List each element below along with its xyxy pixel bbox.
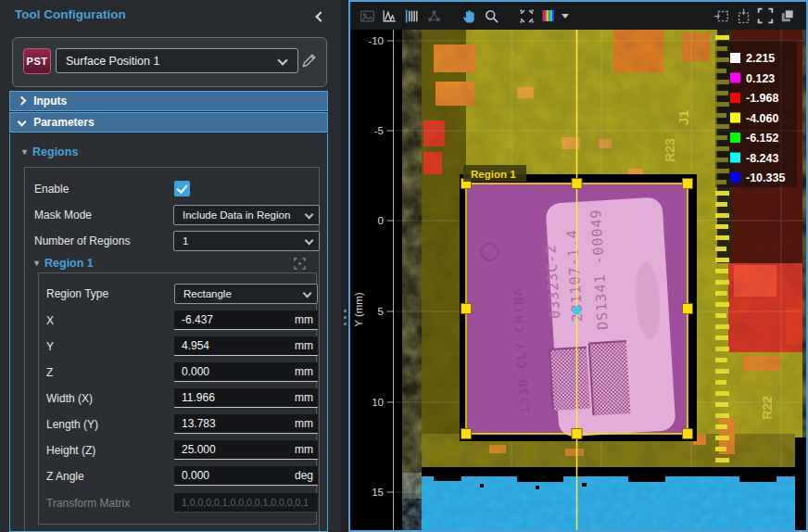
legend-value: -10.335: [746, 171, 785, 184]
transform-matrix-field: 1,0,0,0,0,1,0,0,0,0,1,0,0,0,0,1: [174, 493, 318, 513]
profile-view-icon[interactable]: [379, 6, 399, 26]
silkscreen-text: R23: [663, 138, 677, 162]
fit-view-icon[interactable]: [516, 6, 537, 26]
chevron-right-icon: [18, 95, 27, 105]
mask-mode-select[interactable]: Include Data in Region: [173, 205, 320, 225]
y-tick: 0: [378, 215, 384, 226]
snap-region-y-icon[interactable]: [733, 6, 753, 26]
jog-region-icon[interactable]: [293, 257, 308, 272]
silkscreen-text: R22: [760, 396, 775, 420]
chevron-down-icon: [302, 289, 311, 298]
parameters-body: ▾Regions Enable Mask Mode Include Data i…: [9, 133, 328, 532]
enable-label: Enable: [34, 179, 69, 199]
enable-row: Enable: [25, 179, 319, 199]
pan-icon[interactable]: [459, 6, 479, 26]
triangle-down-icon: ▾: [22, 146, 27, 157]
legend-swatch: [730, 73, 740, 83]
tool-name: Surface Position 1: [66, 55, 159, 68]
pointcloud-view-icon[interactable]: [423, 6, 444, 26]
y-tick: 15: [372, 487, 384, 498]
heightmap-view-icon[interactable]: [401, 6, 422, 26]
heatmap-legend: 2.215 0.123 -1.968 -4.060 -6.152 -8.243 …: [715, 41, 797, 187]
legend-swatch: [730, 153, 740, 163]
data-viewer-panel: J1 R23 R22: [348, 0, 808, 532]
tool-select-dropdown[interactable]: Surface Position 1: [56, 48, 298, 73]
field-row-z-angle: Z Angle 0.000deg: [39, 466, 316, 487]
field-row-transform-matrix: Transform Matrix 1,0,0,0,0,1,0,0,0,0,1,0…: [39, 493, 316, 513]
enable-checkbox[interactable]: [174, 181, 190, 196]
field-row-width: Width (X) 11.966mm: [39, 388, 316, 409]
snapshot-icon[interactable]: [357, 6, 377, 26]
field-row-length: Length (Y) 13.783mm: [39, 414, 316, 435]
legend-swatch: [730, 133, 740, 143]
region-label: Region 1: [471, 169, 516, 180]
section-parameters[interactable]: Parameters: [9, 112, 328, 133]
regions-group: Enable Mask Mode Include Data in Region …: [24, 167, 320, 532]
edit-tool-name-icon[interactable]: [300, 53, 319, 71]
legend-swatch: [730, 172, 740, 183]
mask-mode-label: Mask Mode: [34, 205, 92, 225]
heatmap-viewport[interactable]: J1 R23 R22: [350, 30, 806, 530]
section-inputs-label: Inputs: [33, 95, 67, 108]
legend-value: -1.968: [746, 92, 778, 105]
triangle-down-icon: ▾: [34, 258, 39, 268]
number-of-regions-row: Number of Regions 1: [25, 231, 319, 251]
datamatrix-barcode: [589, 341, 631, 415]
chevron-down-icon: [18, 117, 27, 126]
region1-group: Region Type Rectangle X -6.437mm Y 4.954…: [38, 272, 317, 525]
section-parameters-label: Parameters: [33, 116, 94, 129]
legend-swatch: [730, 53, 740, 63]
legend-value: -6.152: [746, 132, 778, 145]
chevron-down-icon: [304, 210, 313, 220]
palette-caret-icon[interactable]: [562, 14, 569, 19]
app-root: Tool Configuration PST Surface Position …: [0, 0, 808, 532]
panel-title: Tool Configuration: [15, 7, 126, 21]
tool-selector: PST Surface Position 1: [12, 37, 327, 87]
z-angle-field[interactable]: 0.000deg: [174, 466, 318, 486]
tool-configuration-panel: Tool Configuration PST Surface Position …: [0, 0, 341, 532]
y-field[interactable]: 4.954mm: [174, 336, 318, 356]
legend-value: -8.243: [746, 152, 778, 165]
field-row-x: X -6.437mm: [39, 310, 316, 331]
fullscreen-icon[interactable]: [755, 6, 776, 26]
legend-swatch: [730, 93, 740, 103]
y-tick: -10: [368, 35, 384, 46]
region-type-row: Region Type Rectangle: [39, 284, 316, 304]
tool-type-badge: PST: [23, 48, 51, 74]
region-center-point[interactable]: [573, 307, 581, 315]
legend-value: 0.123: [746, 72, 775, 85]
height-field[interactable]: 25.000mm: [174, 440, 318, 460]
legend-value: -4.060: [746, 112, 778, 125]
x-field[interactable]: -6.437mm: [174, 310, 318, 330]
palette-icon[interactable]: [538, 6, 559, 26]
section-inputs[interactable]: Inputs: [9, 91, 328, 111]
layers-icon[interactable]: [777, 6, 798, 26]
chevron-left-icon: [315, 11, 325, 21]
cyan-band: [422, 475, 795, 530]
y-tick: -5: [374, 125, 384, 136]
datamatrix-barcode: [549, 348, 590, 411]
region-type-select[interactable]: Rectangle: [174, 284, 318, 304]
legend-swatch: [730, 113, 740, 123]
field-row-height: Height (Z) 25.000mm: [39, 440, 316, 461]
region1-expander[interactable]: ▾Region 1: [34, 257, 94, 270]
panel-splitter[interactable]: [341, 0, 348, 532]
checkmark-icon: [176, 182, 187, 194]
silkscreen-text: J1: [675, 110, 691, 126]
legend-value: 2.215: [746, 52, 775, 65]
z-field[interactable]: 0.000mm: [174, 362, 318, 382]
zoom-icon[interactable]: [481, 6, 501, 26]
width-field[interactable]: 11.966mm: [174, 388, 318, 408]
number-of-regions-select[interactable]: 1: [173, 231, 320, 251]
y-tick: 5: [378, 306, 384, 317]
chevron-down-icon: [277, 55, 287, 65]
snap-region-x-icon[interactable]: [711, 6, 731, 26]
viewer-toolbar: [350, 2, 806, 30]
length-field[interactable]: 13.783mm: [174, 414, 318, 434]
regions-expander[interactable]: ▾Regions: [22, 146, 78, 158]
collapse-panel-icon[interactable]: [317, 7, 332, 22]
chevron-down-icon: [304, 236, 313, 246]
field-row-z: Z 0.000mm: [39, 362, 316, 383]
number-of-regions-label: Number of Regions: [34, 231, 130, 251]
field-row-y: Y 4.954mm: [39, 336, 316, 357]
